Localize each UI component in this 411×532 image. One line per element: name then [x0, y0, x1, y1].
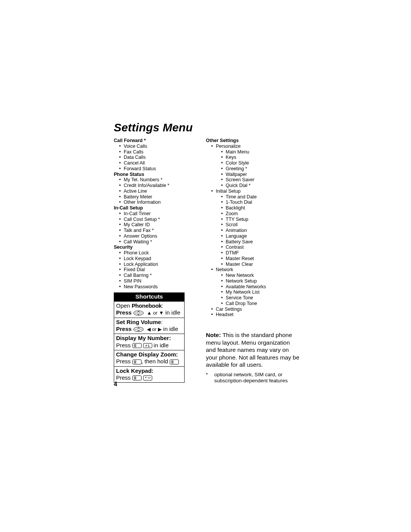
svg-rect-20 — [134, 378, 136, 378]
content-area: Settings Menu Call Forward *Voice CallsF… — [114, 121, 298, 384]
shortcut-row: Set Ring Volume:Press ◀ or ▶ in idle — [114, 318, 184, 334]
list-item: Available Networks — [216, 284, 298, 290]
shortcut-row: Change Display Zoom:Press , then hold — [114, 350, 184, 366]
list-item: Headset — [206, 312, 298, 318]
list-item: Call Waiting * — [114, 239, 206, 245]
list-item: Talk and Fax * — [114, 228, 206, 233]
list-item: Credit Info/Available * — [114, 183, 206, 189]
shortcut-action: Press * — [116, 374, 183, 381]
list-item: Keys — [216, 155, 298, 160]
menu-key-icon — [132, 343, 142, 348]
menu-key-icon — [170, 359, 179, 364]
list-item: PersonalizeMain MenuKeysColor StyleGreet… — [206, 144, 298, 189]
list-item: Zoom — [216, 211, 298, 217]
list-item: Fax Calls — [114, 149, 206, 155]
list-item: Screen Saver — [216, 177, 298, 183]
list-item: Call Barring * — [114, 273, 206, 278]
columns-wrapper: Call Forward *Voice CallsFax CallsData C… — [114, 138, 298, 384]
list-item: Active Line — [114, 189, 206, 194]
list-item: NetworkNew NetworkNetwork SetupAvailable… — [206, 267, 298, 306]
shortcuts-box: ShortcutsOpen Phonebook:Press ▲ or ▼ in … — [114, 292, 185, 383]
list-item: Answer Options — [114, 233, 206, 239]
list: Main MenuKeysColor StyleGreeting *Wallpa… — [216, 149, 298, 189]
svg-rect-4 — [132, 343, 141, 348]
list-item: TTY Setup — [216, 217, 298, 222]
list-item: Cancel All — [114, 160, 206, 166]
list-item: Scroll — [216, 222, 298, 228]
list-item: Forward Status — [114, 166, 206, 172]
nav-key-icon — [133, 310, 144, 316]
list-item: New Passwords — [114, 284, 206, 290]
list-item: Network Setup — [216, 278, 298, 284]
list-item: 1-Touch Dial — [216, 200, 298, 205]
list: Time and Date1-Touch DialBacklightZoomTT… — [216, 194, 298, 267]
list-item: Master Reset — [216, 256, 298, 262]
menu-key-icon — [132, 359, 142, 364]
list-item: Car Settings — [206, 307, 298, 312]
hash-key-icon: # — [143, 343, 152, 348]
list-item: Animation — [216, 228, 298, 233]
star-key-icon: * — [143, 375, 152, 380]
shortcut-title: Change Display Zoom: — [116, 351, 183, 358]
shortcut-row: Open Phonebook:Press ▲ or ▼ in idle — [114, 301, 184, 318]
menu-key-icon — [132, 375, 142, 380]
svg-rect-15 — [171, 361, 174, 361]
page-title: Settings Menu — [114, 121, 298, 134]
list-item: Call Cost Setup * — [114, 217, 206, 222]
list-item: DTMF — [216, 250, 298, 256]
svg-rect-13 — [134, 363, 136, 363]
shortcut-action: Press ◀ or ▶ in idle — [116, 326, 183, 332]
list-item: Service Tone — [216, 295, 298, 301]
list-item: SIM PIN — [114, 278, 206, 284]
list-item: In-Call Timer — [114, 211, 206, 217]
list: New NetworkNetwork SetupAvailable Networ… — [216, 273, 298, 307]
svg-rect-8 — [143, 343, 152, 348]
shortcut-row: Lock Keypad:Press * — [114, 366, 184, 383]
svg-rect-10 — [132, 359, 141, 364]
section-title: In-Call Setup — [114, 205, 206, 211]
list: Voice CallsFax CallsData CallsCancel All… — [114, 144, 206, 172]
svg-point-3 — [137, 328, 140, 331]
svg-text:#: # — [145, 344, 147, 348]
list-item: Fixed Dial — [114, 267, 206, 273]
svg-point-1 — [137, 312, 140, 314]
list-item: My Network List — [216, 289, 298, 295]
shortcut-row: Display My Number:Press # in idle — [114, 334, 184, 350]
list-item: My Caller ID — [114, 222, 206, 228]
list: My Tel. Numbers *Credit Info/Available *… — [114, 177, 206, 205]
shortcut-action: Press ▲ or ▼ in idle — [116, 309, 183, 316]
svg-rect-18 — [132, 376, 141, 380]
list-item: Master Clear — [216, 262, 298, 267]
list: In-Call TimerCall Cost Setup *My Caller … — [114, 211, 206, 245]
shortcut-title: Open Phonebook: — [116, 302, 183, 309]
list-item: Voice Calls — [114, 144, 206, 149]
shortcut-title: Lock Keypad: — [116, 367, 183, 374]
page-number: 4 — [114, 381, 117, 388]
list-item: Wallpaper — [216, 172, 298, 177]
list-item: Time and Date — [216, 194, 298, 200]
list-item: New Network — [216, 273, 298, 278]
list-item: Quick Dial * — [216, 183, 298, 189]
svg-rect-17 — [171, 363, 174, 363]
shortcut-action: Press # in idle — [116, 342, 183, 349]
svg-rect-19 — [134, 377, 136, 377]
list: PersonalizeMain MenuKeysColor StyleGreet… — [206, 144, 298, 318]
footnote-text: optional network, SIM card, or subscript… — [214, 372, 299, 385]
arrow-icons: ◀ or ▶ — [145, 326, 161, 332]
svg-rect-14 — [170, 359, 178, 364]
nav-key-icon — [133, 327, 144, 332]
list-item: Battery Save — [216, 239, 298, 245]
svg-rect-11 — [134, 361, 136, 361]
list-item: Initial SetupTime and Date1-Touch DialBa… — [206, 189, 298, 267]
list-item: My Tel. Numbers * — [114, 177, 206, 183]
svg-rect-21 — [134, 379, 136, 379]
section-title: Other Settings — [206, 138, 298, 144]
list-item: Data Calls — [114, 155, 206, 160]
svg-rect-22 — [143, 376, 152, 380]
list-item: Language — [216, 233, 298, 239]
list-item: Battery Meter — [114, 194, 206, 200]
section-title: Phone Status — [114, 172, 206, 177]
list: Phone LockLock KeypadLock ApplicationFix… — [114, 250, 206, 289]
note-label: Note: — [206, 332, 221, 338]
right-column: Other SettingsPersonalizeMain MenuKeysCo… — [206, 138, 298, 384]
